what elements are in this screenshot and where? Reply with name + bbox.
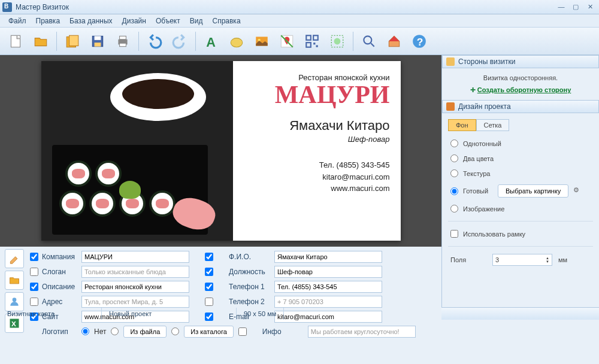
margins-spinner[interactable]: 3 ▲▼ [492, 254, 552, 266]
chk-info[interactable] [238, 327, 247, 336]
qr-button[interactable] [300, 30, 324, 53]
undo-button[interactable] [143, 30, 167, 53]
inp-info[interactable] [308, 326, 416, 338]
lbl-logo-none: Нет [94, 327, 106, 336]
chk-phone1[interactable] [205, 283, 213, 291]
chk-slogan[interactable] [30, 268, 38, 276]
radio-logo-file[interactable] [111, 327, 119, 335]
tool-edit[interactable] [5, 249, 24, 268]
card-image [41, 61, 233, 241]
inp-phone2[interactable] [274, 296, 382, 308]
radio-logo-none[interactable] [81, 327, 89, 335]
close-button[interactable]: ✕ [583, 2, 597, 12]
tool-folder[interactable] [5, 271, 24, 290]
titlebar: Мастер Визиток — ▢ ✕ [0, 0, 599, 14]
design-icon [446, 102, 455, 111]
inp-phone1[interactable] [274, 281, 382, 293]
lbl-fio: Ф.И.О. [229, 253, 271, 261]
tab-bg[interactable]: Фон [448, 119, 476, 131]
app-icon [2, 2, 12, 12]
radio-bg-texture[interactable] [450, 169, 458, 177]
templates-button[interactable] [60, 30, 84, 53]
menu-help[interactable]: Справка [207, 16, 245, 26]
svg-rect-17 [313, 43, 315, 44]
chk-fio[interactable] [205, 253, 213, 261]
radio-bg-solid[interactable] [450, 139, 458, 147]
chk-company[interactable] [30, 253, 38, 261]
svg-rect-14 [306, 35, 311, 40]
chk-phone2[interactable] [205, 298, 213, 306]
lbl-desc: Описание [42, 283, 78, 291]
status-card: Визитная карта [0, 308, 102, 320]
lbl-logo: Логотип [42, 327, 78, 336]
svg-point-10 [231, 38, 243, 47]
svg-rect-18 [316, 45, 318, 47]
right-panel: Стороны визитки Визитка односторонняя. ✚… [441, 55, 599, 307]
business-card[interactable]: Ресторан японской кухни МАЦУРИ Ямахачи К… [41, 61, 401, 241]
svg-point-20 [334, 38, 341, 44]
lbl-company: Компания [42, 253, 78, 261]
menu-object[interactable]: Объект [151, 16, 185, 26]
print-button[interactable] [111, 30, 135, 53]
menu-db[interactable]: База данных [65, 16, 117, 26]
inp-company[interactable] [81, 251, 189, 263]
zoom-button[interactable] [357, 30, 381, 53]
radio-bg-ready[interactable] [450, 187, 458, 195]
tab-grid[interactable]: Сетка [476, 119, 510, 131]
menu-file[interactable]: Файл [4, 16, 31, 26]
card-brand: МАЦУРИ [244, 82, 390, 107]
lbl-phone1: Телефон 1 [229, 283, 271, 291]
help-button[interactable]: ? [407, 30, 431, 53]
map-button[interactable] [275, 30, 299, 53]
radio-bg-two[interactable] [450, 154, 458, 162]
inp-fio[interactable] [274, 251, 382, 263]
create-back-link[interactable]: Создать оборотную сторону [477, 86, 571, 93]
status-size: 90 x 50 мм [237, 308, 284, 320]
menu-design[interactable]: Дизайн [117, 16, 151, 26]
open-button[interactable] [29, 30, 53, 53]
lbl-slogan: Слоган [42, 268, 78, 276]
card-email: kitaro@macuri.com [244, 171, 390, 183]
svg-text:?: ? [417, 35, 423, 47]
lbl-margins: Поля [450, 256, 486, 263]
svg-text:X: X [11, 320, 16, 327]
text-button[interactable]: A [199, 30, 223, 53]
save-button[interactable] [86, 30, 110, 53]
radio-bg-image[interactable] [450, 205, 458, 213]
lbl-address: Адрес [42, 298, 78, 306]
chk-desc[interactable] [30, 283, 38, 291]
card-phone: Тел. (4855) 343-545 [244, 159, 390, 171]
svg-rect-7 [120, 36, 126, 39]
inp-address[interactable] [81, 296, 189, 308]
clipart-button[interactable] [325, 30, 349, 53]
chk-position[interactable] [205, 268, 213, 276]
inp-email[interactable] [274, 311, 382, 323]
svg-rect-2 [69, 35, 78, 46]
image-button[interactable] [250, 30, 274, 53]
gear-icon[interactable]: ⚙ [573, 186, 583, 196]
chk-frame[interactable] [450, 230, 458, 238]
status-project: Новый проект [102, 308, 237, 320]
new-button[interactable] [4, 30, 28, 53]
inp-slogan[interactable] [81, 266, 189, 278]
shape-button[interactable] [225, 30, 249, 53]
menu-view[interactable]: Вид [185, 16, 208, 26]
btn-logo-catalog[interactable]: Из каталога [184, 326, 234, 338]
btn-logo-file[interactable]: Из файла [123, 326, 167, 338]
menu-edit[interactable]: Правка [31, 16, 65, 26]
lbl-frame: Использовать рамку [463, 230, 525, 238]
radio-logo-catalog[interactable] [171, 327, 179, 335]
panel-design-header[interactable]: Дизайн проекта [442, 100, 599, 113]
select-picture-button[interactable]: Выбрать картинку [498, 184, 568, 198]
redo-button[interactable] [168, 30, 192, 53]
chk-address[interactable] [30, 298, 38, 306]
home-button[interactable] [382, 30, 406, 53]
inp-desc[interactable] [81, 281, 189, 293]
inp-position[interactable] [274, 266, 382, 278]
svg-rect-4 [95, 36, 101, 40]
minimize-button[interactable]: — [555, 2, 568, 12]
panel-sides-header[interactable]: Стороны визитки [442, 55, 599, 68]
maximize-button[interactable]: ▢ [569, 2, 582, 12]
lbl-bg-solid: Однотонный [463, 140, 501, 147]
card-web: www.macuri.com [244, 183, 390, 195]
